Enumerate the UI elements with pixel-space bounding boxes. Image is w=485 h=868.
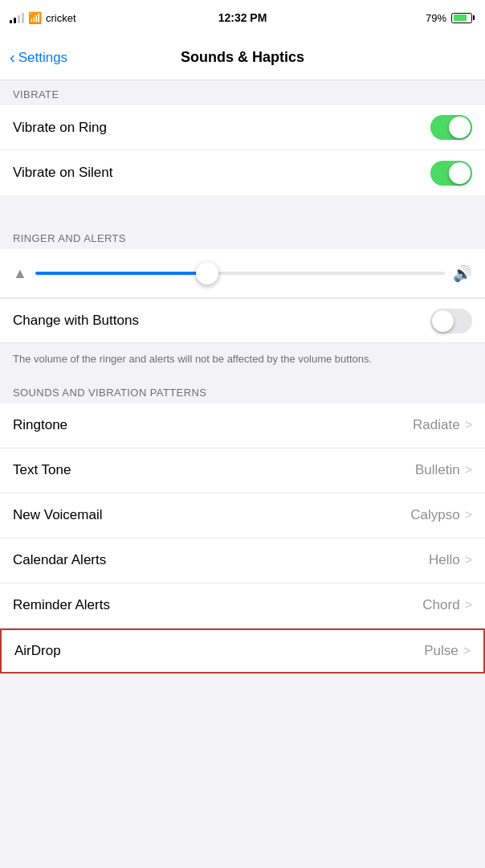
vibrate-on-ring-row: Vibrate on Ring — [0, 105, 485, 150]
back-button-label: Settings — [18, 50, 67, 66]
status-bar: 📶 cricket 12:32 PM 79% — [0, 0, 485, 35]
chevron-icon: > — [465, 508, 472, 522]
battery-percentage: 79% — [426, 12, 446, 24]
ringer-alerts-section-header: RINGER AND ALERTS — [0, 224, 485, 249]
ringtone-value: Radiate — [413, 417, 460, 433]
reminder-alerts-right: Chord > — [422, 597, 472, 613]
vibrate-section-header: VIBRATE — [0, 80, 485, 105]
vibrate-on-ring-toggle[interactable] — [430, 115, 472, 140]
vibrate-on-silent-toggle[interactable] — [430, 161, 472, 186]
change-with-buttons-label: Change with Buttons — [13, 313, 139, 329]
status-left: 📶 cricket — [10, 11, 76, 24]
slider-thumb[interactable] — [196, 262, 218, 285]
reminder-alerts-row[interactable]: Reminder Alerts Chord > — [0, 583, 485, 628]
vibrate-card-group: Vibrate on Ring Vibrate on Silent — [0, 105, 485, 195]
carrier-name: cricket — [46, 12, 76, 24]
change-with-buttons-toggle[interactable] — [430, 309, 472, 334]
new-voicemail-label: New Voicemail — [13, 507, 103, 523]
airdrop-label: AirDrop — [14, 643, 61, 659]
volume-low-icon: ▲ — [13, 265, 27, 282]
calendar-alerts-right: Hello > — [429, 552, 472, 568]
volume-slider-section: ▲ 🔊 — [0, 249, 485, 298]
airdrop-right: Pulse > — [424, 643, 471, 659]
wifi-icon: 📶 — [28, 11, 42, 24]
new-voicemail-row[interactable]: New Voicemail Calypso > — [0, 493, 485, 538]
slider-fill — [35, 272, 207, 275]
vibrate-on-silent-row: Vibrate on Silent — [0, 150, 485, 195]
text-tone-value: Bulletin — [415, 462, 460, 478]
airdrop-row[interactable]: AirDrop Pulse > — [0, 628, 485, 674]
spacer-1 — [0, 195, 485, 224]
sounds-section-header: SOUNDS AND VIBRATION PATTERNS — [0, 379, 485, 403]
vibrate-on-silent-label: Vibrate on Silent — [13, 165, 112, 181]
battery-icon — [451, 13, 472, 23]
vibrate-on-ring-label: Vibrate on Ring — [13, 120, 107, 136]
airdrop-value: Pulse — [424, 643, 459, 659]
volume-high-icon: 🔊 — [453, 264, 472, 283]
chevron-icon: > — [465, 418, 472, 432]
status-right: 79% — [426, 12, 472, 24]
new-voicemail-right: Calypso > — [410, 507, 472, 523]
toggle-knob — [432, 310, 454, 332]
status-time: 12:32 PM — [218, 11, 267, 24]
ringtone-row[interactable]: Ringtone Radiate > — [0, 403, 485, 448]
reminder-alerts-value: Chord — [422, 597, 459, 613]
signal-icon — [10, 12, 24, 23]
calendar-alerts-value: Hello — [429, 552, 460, 568]
toggle-knob — [449, 117, 471, 138]
info-text-section: The volume of the ringer and alerts will… — [0, 343, 485, 379]
reminder-alerts-label: Reminder Alerts — [13, 597, 110, 613]
text-tone-label: Text Tone — [13, 462, 71, 478]
change-with-buttons-row: Change with Buttons — [0, 298, 485, 343]
back-chevron-icon: ‹ — [10, 48, 15, 67]
text-tone-row[interactable]: Text Tone Bulletin > — [0, 448, 485, 493]
volume-slider[interactable] — [35, 260, 445, 286]
slider-row: ▲ 🔊 — [13, 260, 472, 286]
chevron-icon: > — [465, 598, 472, 612]
page-title: Sounds & Haptics — [181, 49, 304, 66]
ringtone-right: Radiate > — [413, 417, 472, 433]
slider-track — [35, 272, 445, 275]
ringtone-label: Ringtone — [13, 417, 67, 433]
chevron-icon: > — [463, 644, 471, 658]
sounds-card-group: Ringtone Radiate > Text Tone Bulletin > … — [0, 403, 485, 674]
chevron-icon: > — [465, 553, 472, 567]
new-voicemail-value: Calypso — [410, 507, 459, 523]
chevron-icon: > — [465, 463, 472, 477]
text-tone-right: Bulletin > — [415, 462, 472, 478]
info-text: The volume of the ringer and alerts will… — [13, 353, 372, 365]
back-button[interactable]: ‹ Settings — [10, 49, 67, 67]
calendar-alerts-row[interactable]: Calendar Alerts Hello > — [0, 538, 485, 583]
toggle-knob — [449, 162, 471, 184]
calendar-alerts-label: Calendar Alerts — [13, 552, 106, 568]
nav-bar: ‹ Settings Sounds & Haptics — [0, 35, 485, 80]
